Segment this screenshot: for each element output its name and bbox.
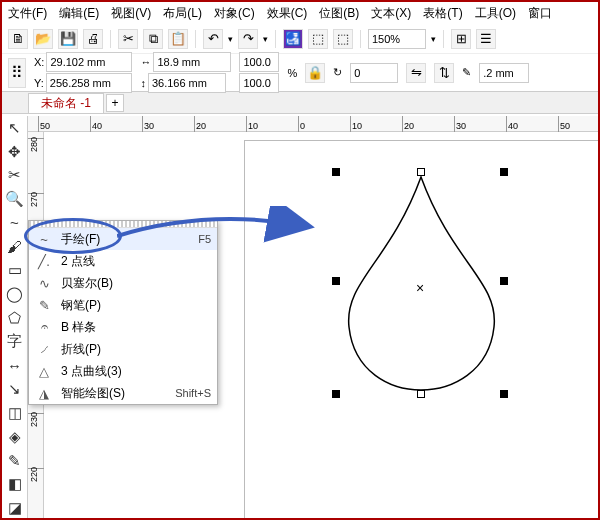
polygon-tool[interactable]: ⬠ xyxy=(4,308,26,328)
horizontal-ruler: 504030201001020304050 xyxy=(28,116,598,132)
connector-tool[interactable]: ↘ xyxy=(4,379,26,399)
selection-handle-ne[interactable] xyxy=(500,168,508,176)
fill-tool[interactable]: ◧ xyxy=(4,474,26,494)
mirror-v-button[interactable]: ⇅ xyxy=(434,63,454,83)
open-button[interactable]: 📂 xyxy=(33,29,53,49)
flyout-item-shortcut: Shift+S xyxy=(175,387,211,399)
ruler-h-label: 20 xyxy=(196,121,206,131)
selection-handle-s[interactable] xyxy=(417,390,425,398)
menu-bar: 文件(F)编辑(E)视图(V)布局(L)对象(C)效果(C)位图(B)文本(X)… xyxy=(2,2,598,24)
menu-item-1[interactable]: 编辑(E) xyxy=(59,5,99,21)
selection-handle-sw[interactable] xyxy=(332,390,340,398)
menu-item-3[interactable]: 布局(L) xyxy=(163,5,202,21)
outline-width-input[interactable]: .2 mm xyxy=(479,63,529,83)
rotate-icon: ↻ xyxy=(333,66,342,79)
flyout-item-5[interactable]: ⟋折线(P) xyxy=(29,338,217,360)
flyout-item-icon: ◮ xyxy=(35,386,53,401)
redo-button[interactable]: ↷ xyxy=(238,29,258,49)
ruler-h-label: 40 xyxy=(92,121,102,131)
menu-item-0[interactable]: 文件(F) xyxy=(8,5,47,21)
undo-dropdown-icon[interactable]: ▾ xyxy=(228,34,233,44)
flyout-item-1[interactable]: ╱.2 点线 xyxy=(29,250,217,272)
flyout-item-0[interactable]: ~手绘(F)F5 xyxy=(29,228,217,250)
new-button[interactable]: 🗎 xyxy=(8,29,28,49)
undo-button[interactable]: ↶ xyxy=(203,29,223,49)
new-document-tab-button[interactable]: + xyxy=(106,94,124,112)
flyout-item-label: B 样条 xyxy=(61,319,203,336)
menu-item-2[interactable]: 视图(V) xyxy=(111,5,151,21)
scale-y-input[interactable]: 100.0 xyxy=(239,73,279,93)
flyout-item-6[interactable]: △3 点曲线(3) xyxy=(29,360,217,382)
flyout-item-4[interactable]: 𝄐B 样条 xyxy=(29,316,217,338)
menu-item-9[interactable]: 工具(O) xyxy=(475,5,516,21)
ruler-h-label: 30 xyxy=(144,121,154,131)
selection-handle-se[interactable] xyxy=(500,390,508,398)
text-tool[interactable]: 字 xyxy=(4,332,26,352)
ruler-v-label: 280 xyxy=(29,132,39,152)
save-button[interactable]: 💾 xyxy=(58,29,78,49)
y-position-input[interactable]: 256.258 mm xyxy=(46,73,132,93)
paste-button[interactable]: 📋 xyxy=(168,29,188,49)
width-icon: ↔ xyxy=(140,56,151,68)
menu-item-7[interactable]: 文本(X) xyxy=(371,5,411,21)
flyout-item-7[interactable]: ◮智能绘图(S)Shift+S xyxy=(29,382,217,404)
height-input[interactable]: 36.166 mm xyxy=(148,73,226,93)
menu-item-8[interactable]: 表格(T) xyxy=(423,5,462,21)
outline-pen-icon[interactable]: ✎ xyxy=(462,66,471,79)
ellipse-tool[interactable]: ◯ xyxy=(4,284,26,304)
rectangle-tool[interactable]: ▭ xyxy=(4,261,26,281)
pick-tool[interactable]: ↖ xyxy=(4,118,26,138)
freehand-tool[interactable]: ~ xyxy=(4,213,26,233)
rotation-input[interactable]: 0 xyxy=(350,63,398,83)
property-bar: ⠿ X: 29.102 mm Y: 256.258 mm ↔ 18.9 mm ↕… xyxy=(2,54,598,92)
cut-button[interactable]: ✂ xyxy=(118,29,138,49)
ruler-h-label: 20 xyxy=(404,121,414,131)
import-button[interactable]: ⬚ xyxy=(308,29,328,49)
separator xyxy=(275,30,276,48)
launch-button[interactable]: 🛃 xyxy=(283,29,303,49)
zoom-level-input[interactable]: 150% xyxy=(368,29,426,49)
selection-handle-nw[interactable] xyxy=(332,168,340,176)
x-position-input[interactable]: 29.102 mm xyxy=(46,52,132,72)
flyout-item-3[interactable]: ✎钢笔(P) xyxy=(29,294,217,316)
separator xyxy=(195,30,196,48)
print-button[interactable]: 🖨 xyxy=(83,29,103,49)
menu-item-5[interactable]: 效果(C) xyxy=(267,5,308,21)
transparency-tool[interactable]: ◈ xyxy=(4,427,26,447)
scale-x-input[interactable]: 100.0 xyxy=(239,52,279,72)
options-button[interactable]: ☰ xyxy=(476,29,496,49)
lock-ratio-button[interactable]: 🔒 xyxy=(305,63,325,83)
flyout-grip[interactable] xyxy=(29,221,217,228)
selection-handle-n[interactable] xyxy=(417,168,425,176)
artistic-media-tool[interactable]: 🖌 xyxy=(4,237,26,257)
menu-item-4[interactable]: 对象(C) xyxy=(214,5,255,21)
flyout-item-2[interactable]: ∿贝塞尔(B) xyxy=(29,272,217,294)
zoom-tool[interactable]: 🔍 xyxy=(4,189,26,209)
document-tab[interactable]: 未命名 -1 xyxy=(28,93,104,113)
copy-button[interactable]: ⧉ xyxy=(143,29,163,49)
selection-handle-e[interactable] xyxy=(500,277,508,285)
object-origin-icon[interactable]: ⠿ xyxy=(8,58,26,88)
redo-dropdown-icon[interactable]: ▾ xyxy=(263,34,268,44)
zoom-dropdown-icon[interactable]: ▾ xyxy=(431,34,436,44)
crop-tool[interactable]: ✂ xyxy=(4,166,26,186)
selection-handle-w[interactable] xyxy=(332,277,340,285)
position-fields: X: 29.102 mm Y: 256.258 mm xyxy=(34,52,132,93)
flyout-item-icon: ╱. xyxy=(35,254,53,269)
mirror-h-button[interactable]: ⇋ xyxy=(406,63,426,83)
menu-item-10[interactable]: 窗口 xyxy=(528,5,552,21)
parallel-dim-tool[interactable]: ↔ xyxy=(4,356,26,376)
separator xyxy=(110,30,111,48)
snap-button[interactable]: ⊞ xyxy=(451,29,471,49)
export-button[interactable]: ⬚ xyxy=(333,29,353,49)
smart-fill-tool[interactable]: ◪ xyxy=(4,498,26,518)
menu-item-6[interactable]: 位图(B) xyxy=(319,5,359,21)
ruler-v-label: 230 xyxy=(29,407,39,427)
width-input[interactable]: 18.9 mm xyxy=(153,52,231,72)
selection-center-marker[interactable]: × xyxy=(416,280,424,296)
drop-shadow-tool[interactable]: ◫ xyxy=(4,403,26,423)
flyout-item-icon: ⟋ xyxy=(35,342,53,357)
eyedropper-tool[interactable]: ✎ xyxy=(4,451,26,471)
shape-tool[interactable]: ✥ xyxy=(4,142,26,162)
flyout-item-shortcut: F5 xyxy=(198,233,211,245)
